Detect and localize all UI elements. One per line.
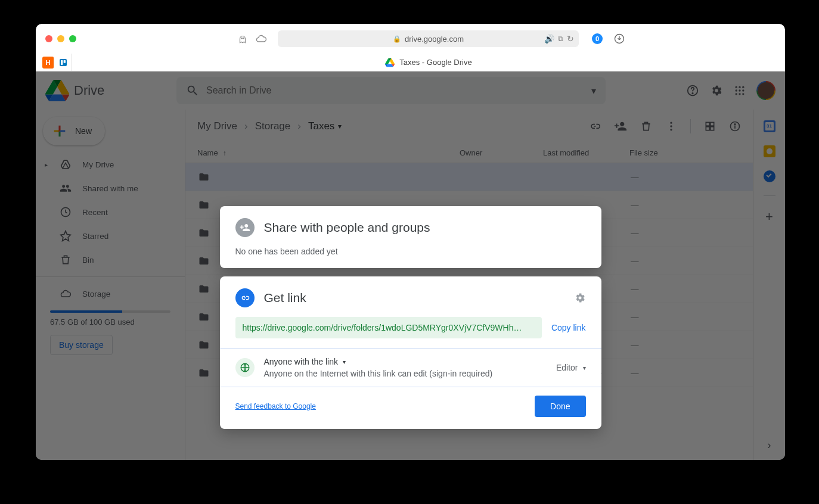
url-bar[interactable]: 🔒 drive.google.com 🔊 ⧉ ↻: [278, 30, 579, 47]
share-people-card: Share with people and groups No one has …: [220, 206, 601, 268]
chevron-down-icon: ▾: [343, 359, 346, 365]
minimize-window-button[interactable]: [57, 35, 64, 42]
svg-point-0: [241, 38, 243, 39]
svg-rect-5: [64, 60, 66, 63]
access-row: Anyone with the link▾ Anyone on the Inte…: [220, 349, 601, 387]
ghost-extension-icon[interactable]: [237, 33, 248, 44]
share-subtitle: No one has been added yet: [235, 247, 586, 256]
svg-point-1: [243, 38, 244, 39]
browser-window: 🔒 drive.google.com 🔊 ⧉ ↻ 0 H Taxes - Goo…: [36, 24, 785, 460]
get-link-title: Get link: [264, 291, 306, 305]
cloud-icon[interactable]: [255, 33, 267, 45]
1password-icon[interactable]: 0: [592, 33, 603, 44]
access-description: Anyone on the Internet with this link ca…: [264, 369, 493, 378]
pip-icon[interactable]: ⧉: [558, 35, 563, 43]
tab-strip: H Taxes - Google Drive: [36, 54, 785, 71]
url-text: drive.google.com: [405, 35, 464, 43]
get-link-card: Get link https://drive.google.com/drive/…: [220, 276, 601, 429]
share-link-field[interactable]: https://drive.google.com/drive/folders/1…: [235, 317, 542, 338]
active-tab[interactable]: Taxes - Google Drive: [72, 58, 785, 67]
link-icon: [235, 288, 255, 307]
drive-app: Drive ▾ New ▸: [36, 71, 785, 460]
tab-title-text: Taxes - Google Drive: [399, 58, 471, 67]
done-button[interactable]: Done: [535, 396, 585, 417]
share-title: Share with people and groups: [264, 220, 430, 235]
pinned-tab-2[interactable]: [58, 58, 68, 67]
people-icon: [235, 218, 255, 237]
window-controls: [45, 35, 76, 42]
link-settings-icon[interactable]: [574, 292, 586, 304]
role-selector[interactable]: Editor▾: [556, 363, 586, 372]
maximize-window-button[interactable]: [69, 35, 76, 42]
access-type-button[interactable]: Anyone with the link▾: [264, 357, 493, 366]
browser-chrome: 🔒 drive.google.com 🔊 ⧉ ↻ 0: [36, 24, 785, 54]
feedback-link[interactable]: Send feedback to Google: [235, 402, 316, 410]
sound-icon[interactable]: 🔊: [544, 34, 554, 43]
share-dialogs: Share with people and groups No one has …: [220, 206, 601, 437]
lock-icon: 🔒: [393, 35, 401, 43]
svg-rect-3: [60, 59, 67, 66]
close-window-button[interactable]: [45, 35, 52, 42]
copy-link-button[interactable]: Copy link: [551, 323, 586, 332]
downloads-icon[interactable]: [613, 33, 625, 45]
svg-rect-4: [61, 60, 63, 65]
reload-icon[interactable]: ↻: [567, 34, 574, 43]
drive-favicon: [385, 58, 395, 67]
pinned-tab-1[interactable]: H: [42, 57, 54, 69]
globe-icon: [235, 358, 255, 377]
chevron-down-icon: ▾: [583, 365, 586, 371]
